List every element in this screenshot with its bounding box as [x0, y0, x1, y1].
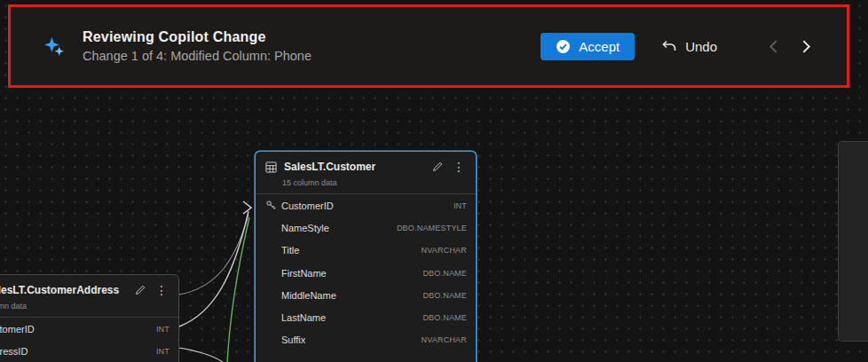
edge-arrowhead [243, 201, 251, 214]
column-name: NameStyle [281, 223, 329, 233]
table-card-header: SalesLT.Customer ⋮ [256, 152, 476, 177]
key-slot-spacer [265, 334, 281, 346]
key-slot-spacer [265, 222, 281, 234]
table-card-customer-address[interactable]: SalesLT.CustomerAddress ⋮ column data Cu… [0, 274, 179, 362]
edit-pencil-icon[interactable] [134, 284, 146, 296]
column-row-addressid[interactable]: AddressID INT [0, 340, 178, 362]
column-name: MiddleName [281, 290, 336, 301]
more-options-icon[interactable]: ⋮ [154, 284, 170, 296]
column-type: DBO.NAME [422, 313, 467, 322]
column-type: INT [454, 201, 467, 210]
table-title: SalesLT.CustomerAddress [0, 284, 127, 296]
column-type: DBO.NAME [422, 291, 467, 300]
diagram-canvas[interactable]: Reviewing Copilot Change Change 1 of 4: … [0, 0, 868, 362]
copilot-sparkle-icon [43, 35, 65, 58]
column-type: INT [156, 347, 170, 356]
column-row-suffix[interactable]: Suffix NVARCHAR [256, 329, 476, 351]
accept-button[interactable]: Accept [541, 33, 635, 60]
check-circle-icon [556, 39, 571, 54]
undo-label: Undo [685, 39, 717, 54]
table-card-header: SalesLT.CustomerAddress ⋮ [0, 275, 178, 300]
primary-key-icon [265, 200, 281, 212]
column-name: FirstName [281, 268, 327, 279]
column-row-title[interactable]: Title NVARCHAR [256, 240, 476, 262]
column-row-namestyle[interactable]: NameStyle DBO.NAMESTYLE [256, 216, 476, 239]
column-count-label: 15 column data [256, 177, 476, 194]
table-card-partial-right[interactable] [838, 141, 868, 342]
chevron-right-icon[interactable] [801, 39, 811, 54]
banner-title: Reviewing Copilot Change [83, 29, 312, 45]
column-row-firstname[interactable]: FirstName DBO.NAME [256, 262, 476, 284]
column-row-customerid[interactable]: CustomerID INT [0, 318, 178, 340]
undo-arrow-icon [661, 39, 677, 53]
column-type: DBO.NAMESTYLE [397, 224, 467, 232]
key-slot-spacer [265, 289, 281, 302]
copilot-review-banner: Reviewing Copilot Change Change 1 of 4: … [11, 7, 847, 85]
undo-button[interactable]: Undo [661, 39, 717, 54]
edit-pencil-icon[interactable] [431, 161, 444, 173]
column-name: AddressID [0, 346, 28, 357]
column-row-lastname[interactable]: LastName DBO.NAME [256, 306, 476, 328]
column-name: Suffix [281, 334, 305, 345]
column-type: INT [156, 325, 170, 334]
key-slot-spacer [265, 244, 281, 256]
column-type: NVARCHAR [422, 335, 467, 344]
column-type: DBO.NAME [422, 269, 467, 278]
column-row-customerid[interactable]: CustomerID INT [256, 194, 476, 216]
column-name: Title [281, 245, 299, 256]
banner-subtitle: Change 1 of 4: Modified Column: Phone [83, 49, 312, 63]
column-name: CustomerID [281, 201, 334, 211]
column-type: NVARCHAR [422, 246, 467, 255]
column-row-middlename[interactable]: MiddleName DBO.NAME [256, 284, 476, 306]
key-slot-spacer [265, 267, 281, 279]
copilot-banner-highlight: Reviewing Copilot Change Change 1 of 4: … [8, 4, 849, 88]
table-title: SalesLT.Customer [284, 161, 424, 173]
banner-text: Reviewing Copilot Change Change 1 of 4: … [83, 29, 312, 63]
chevron-left-icon[interactable] [769, 39, 778, 54]
table-icon [265, 161, 277, 173]
key-slot-spacer [265, 311, 281, 324]
accept-label: Accept [579, 39, 619, 54]
table-card-customer[interactable]: SalesLT.Customer ⋮ 15 column data Custom… [255, 151, 477, 362]
column-name: LastName [281, 312, 326, 323]
more-options-icon[interactable]: ⋮ [451, 161, 467, 173]
column-count-label: column data [0, 300, 178, 318]
column-name: CustomerID [0, 324, 35, 334]
